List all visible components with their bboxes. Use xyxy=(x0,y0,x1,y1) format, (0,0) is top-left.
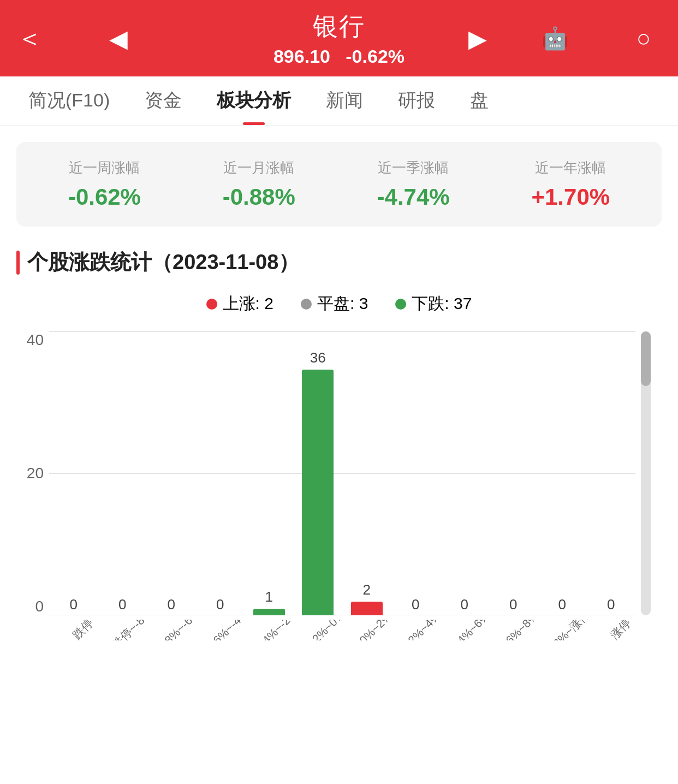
bar-value-11: 0 xyxy=(587,596,636,613)
bar-value-0: 0 xyxy=(49,596,98,613)
x-label-5: -2%~0% xyxy=(301,620,350,640)
bar-value-7: 0 xyxy=(391,596,441,613)
bar-col-11: 0 xyxy=(587,331,636,615)
bar-col-9: 0 xyxy=(489,331,538,615)
legend-fall: 下跌: 37 xyxy=(395,293,472,315)
tab-yanbao[interactable]: 研报 xyxy=(380,76,453,125)
bar-col-10: 0 xyxy=(538,331,587,615)
legend-rise: 上涨: 2 xyxy=(206,293,273,315)
bar-col-7: 0 xyxy=(391,331,441,615)
bar-value-2: 0 xyxy=(147,596,196,613)
x-label-0: 跌停 xyxy=(56,620,105,640)
bar-rect-6 xyxy=(351,602,383,615)
prev-button[interactable]: ◀ xyxy=(109,25,128,52)
perf-week-value: -0.62% xyxy=(68,184,141,210)
y-label-40: 40 xyxy=(16,331,44,349)
bar-chart: 40 20 0 0000136200000 跌停跌停~-8%-8%~-6%-6%… xyxy=(16,331,662,640)
bar-value-6: 2 xyxy=(342,581,391,598)
next-button[interactable]: ▶ xyxy=(468,25,487,52)
search-icon[interactable]: ○ xyxy=(636,25,651,52)
scrollbar[interactable] xyxy=(641,331,651,615)
stock-price-change: 896.10 -0.62% xyxy=(273,46,405,67)
bar-col-2: 0 xyxy=(147,331,196,615)
stock-name: 银行 xyxy=(273,10,405,44)
x-label-11: 涨停 xyxy=(594,620,635,640)
tab-zijin[interactable]: 资金 xyxy=(127,76,199,125)
header: ＜ ◀ 银行 896.10 -0.62% ▶ 🤖 ○ xyxy=(0,0,678,76)
legend-flat-label: 平盘: 3 xyxy=(317,293,368,315)
bar-col-8: 0 xyxy=(440,331,489,615)
header-center: 银行 896.10 -0.62% xyxy=(273,10,405,67)
legend-rise-label: 上涨: 2 xyxy=(223,293,273,315)
perf-quarter-value: -4.74% xyxy=(377,184,450,210)
bar-value-8: 0 xyxy=(440,596,489,613)
y-label-0: 0 xyxy=(16,598,44,615)
perf-week-label: 近一周涨幅 xyxy=(68,158,141,177)
perf-year-value: +1.70% xyxy=(531,184,610,210)
back-button[interactable]: ＜ xyxy=(16,21,43,56)
x-label-3: -6%~-4% xyxy=(204,620,253,640)
robot-icon[interactable]: 🤖 xyxy=(542,26,569,51)
tab-pan[interactable]: 盘 xyxy=(453,76,506,125)
bar-value-10: 0 xyxy=(538,596,587,613)
stock-price: 896.10 xyxy=(273,46,330,67)
y-label-20: 20 xyxy=(16,465,44,482)
nav-tabs: 简况(F10) 资金 板块分析 新闻 研报 盘 xyxy=(0,76,678,126)
bar-col-6: 2 xyxy=(342,331,391,615)
legend-flat-dot xyxy=(301,299,312,310)
bar-col-3: 0 xyxy=(196,331,245,615)
legend-fall-label: 下跌: 37 xyxy=(412,293,472,315)
perf-year-label: 近一年涨幅 xyxy=(531,158,610,177)
perf-quarter: 近一季涨幅 -4.74% xyxy=(377,158,450,210)
x-label-1: 跌停~-8% xyxy=(105,620,156,640)
perf-month-label: 近一月涨幅 xyxy=(223,158,295,177)
chart-legend: 上涨: 2 平盘: 3 下跌: 37 xyxy=(16,293,662,315)
tab-xinwen[interactable]: 新闻 xyxy=(308,76,380,125)
bar-value-1: 0 xyxy=(98,596,147,613)
x-label-7: 2%~4% xyxy=(399,620,448,640)
bar-value-9: 0 xyxy=(489,596,538,613)
x-label-9: 6%~8% xyxy=(496,620,545,640)
legend-fall-dot xyxy=(395,299,406,310)
perf-quarter-label: 近一季涨幅 xyxy=(377,158,450,177)
tab-jiankuang[interactable]: 简况(F10) xyxy=(11,76,127,125)
x-label-8: 4%~6% xyxy=(448,620,497,640)
x-label-6: 0%~2% xyxy=(350,620,399,640)
bars-container: 0000136200000 xyxy=(49,331,635,615)
x-label-4: -4%~-2% xyxy=(253,620,302,640)
bar-rect-4 xyxy=(253,609,285,616)
x-label-2: -8%~-6% xyxy=(155,620,204,640)
x-label-10: 8%~涨停 xyxy=(545,620,594,640)
scrollbar-thumb[interactable] xyxy=(641,331,651,386)
bar-rect-5 xyxy=(302,370,334,615)
x-axis: 跌停跌停~-8%-8%~-6%-6%~-4%-4%~-2%-2%~0%0%~2%… xyxy=(49,620,635,640)
section-title: 个股涨跌统计（2023-11-08） xyxy=(16,248,662,276)
performance-card: 近一周涨幅 -0.62% 近一月涨幅 -0.88% 近一季涨幅 -4.74% 近… xyxy=(16,142,662,227)
main-content: 近一周涨幅 -0.62% 近一月涨幅 -0.88% 近一季涨幅 -4.74% 近… xyxy=(0,126,678,640)
bar-col-1: 0 xyxy=(98,331,147,615)
bar-col-4: 1 xyxy=(245,331,294,615)
perf-week: 近一周涨幅 -0.62% xyxy=(68,158,141,210)
bar-value-4: 1 xyxy=(245,589,294,605)
bar-value-5: 36 xyxy=(294,349,343,366)
bar-value-3: 0 xyxy=(196,596,245,613)
bar-col-5: 36 xyxy=(294,331,343,615)
perf-year: 近一年涨幅 +1.70% xyxy=(531,158,610,210)
perf-month: 近一月涨幅 -0.88% xyxy=(223,158,295,210)
stock-change: -0.62% xyxy=(346,46,405,67)
legend-flat: 平盘: 3 xyxy=(301,293,368,315)
bar-col-0: 0 xyxy=(49,331,98,615)
perf-month-value: -0.88% xyxy=(223,184,295,210)
legend-rise-dot xyxy=(206,299,217,310)
tab-bankuaifenxi[interactable]: 板块分析 xyxy=(199,76,308,125)
